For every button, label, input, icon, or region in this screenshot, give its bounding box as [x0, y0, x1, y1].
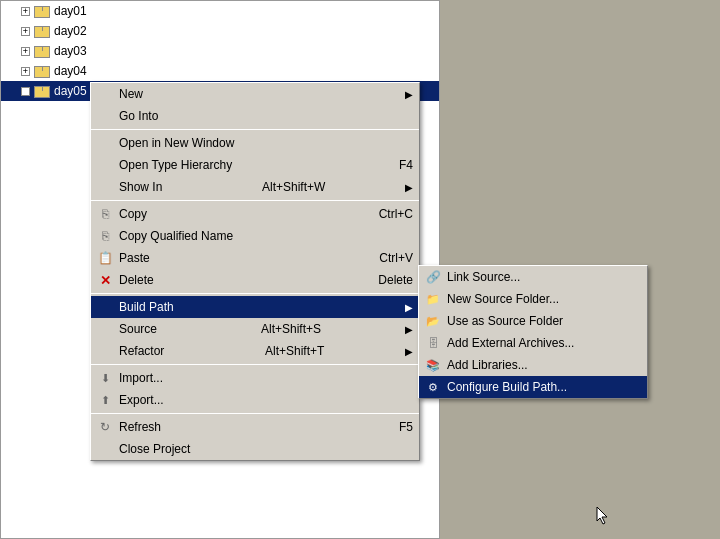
submenu-item-add-external-archives[interactable]: 🗄 Add External Archives... — [419, 332, 647, 354]
separator-3 — [91, 293, 419, 294]
folder-icon-day04 — [34, 64, 50, 78]
shortcut-refresh: F5 — [379, 420, 413, 434]
submenu-item-add-libraries[interactable]: 📚 Add Libraries... — [419, 354, 647, 376]
separator-5 — [91, 413, 419, 414]
menu-item-new[interactable]: New ▶ — [91, 83, 419, 105]
menu-item-close-project[interactable]: Close Project — [91, 438, 419, 460]
folder-icon-day02 — [34, 24, 50, 38]
svg-marker-0 — [597, 507, 607, 524]
menu-label-refactor: Refactor — [119, 344, 164, 358]
menu-label-build-path: Build Path — [119, 300, 174, 314]
menu-label-show-in: Show In — [119, 180, 162, 194]
link-source-icon: 🔗 — [425, 269, 441, 285]
menu-item-refresh[interactable]: ↻ Refresh F5 — [91, 416, 419, 438]
tree-label-day01: day01 — [54, 4, 87, 18]
menu-label-copy-qualified: Copy Qualified Name — [119, 229, 233, 243]
menu-label-source: Source — [119, 322, 157, 336]
context-menu: New ▶ Go Into Open in New Window Open Ty… — [90, 82, 420, 461]
arrow-icon-build-path: ▶ — [405, 302, 413, 313]
delete-icon: ✕ — [97, 272, 113, 288]
arrow-icon-source: ▶ — [405, 324, 413, 335]
submenu-item-use-as-source-folder[interactable]: 📂 Use as Source Folder — [419, 310, 647, 332]
tree-item-day01[interactable]: + day01 — [1, 1, 439, 21]
shortcut-source: Alt+Shift+S — [241, 322, 321, 336]
configure-build-path-icon: ⚙ — [425, 379, 441, 395]
menu-item-open-type-hierarchy[interactable]: Open Type Hierarchy F4 — [91, 154, 419, 176]
menu-item-export[interactable]: ⬆ Export... — [91, 389, 419, 411]
menu-label-delete: Delete — [119, 273, 154, 287]
tree-item-day04[interactable]: + day04 — [1, 61, 439, 81]
tree-item-day02[interactable]: + day02 — [1, 21, 439, 41]
export-icon: ⬆ — [97, 392, 113, 408]
paste-icon: 📋 — [97, 250, 113, 266]
copy-icon: ⎘ — [97, 206, 113, 222]
submenu-label-add-external-archives: Add External Archives... — [447, 336, 574, 350]
menu-label-close-project: Close Project — [119, 442, 190, 456]
folder-icon-day05 — [34, 84, 50, 98]
menu-item-paste[interactable]: 📋 Paste Ctrl+V — [91, 247, 419, 269]
shortcut-paste: Ctrl+V — [359, 251, 413, 265]
menu-item-copy[interactable]: ⎘ Copy Ctrl+C — [91, 203, 419, 225]
separator-1 — [91, 129, 419, 130]
menu-item-refactor[interactable]: Refactor Alt+Shift+T ▶ — [91, 340, 419, 362]
expand-icon-day02[interactable]: + — [21, 27, 30, 36]
shortcut-delete: Delete — [358, 273, 413, 287]
menu-item-build-path[interactable]: Build Path ▶ — [91, 296, 419, 318]
menu-label-gointo: Go Into — [119, 109, 158, 123]
expand-icon-day05[interactable]: - — [21, 87, 30, 96]
add-external-archives-icon: 🗄 — [425, 335, 441, 351]
use-as-source-folder-icon: 📂 — [425, 313, 441, 329]
menu-label-open-type-hierarchy: Open Type Hierarchy — [119, 158, 232, 172]
shortcut-refactor: Alt+Shift+T — [245, 344, 324, 358]
tree-label-day03: day03 — [54, 44, 87, 58]
submenu-item-link-source[interactable]: 🔗 Link Source... — [419, 266, 647, 288]
menu-label-copy: Copy — [119, 207, 147, 221]
menu-item-show-in[interactable]: Show In Alt+Shift+W ▶ — [91, 176, 419, 198]
tree-label-day05: day05 — [54, 84, 87, 98]
expand-icon-day04[interactable]: + — [21, 67, 30, 76]
build-path-submenu: 🔗 Link Source... 📁 New Source Folder... … — [418, 265, 648, 399]
menu-label-new: New — [119, 87, 143, 101]
menu-item-source[interactable]: Source Alt+Shift+S ▶ — [91, 318, 419, 340]
arrow-icon-new: ▶ — [405, 89, 413, 100]
submenu-label-configure-build-path: Configure Build Path... — [447, 380, 567, 394]
submenu-label-new-source-folder: New Source Folder... — [447, 292, 559, 306]
separator-4 — [91, 364, 419, 365]
menu-item-open-new-window[interactable]: Open in New Window — [91, 132, 419, 154]
menu-item-delete[interactable]: ✕ Delete Delete — [91, 269, 419, 291]
shortcut-show-in: Alt+Shift+W — [242, 180, 325, 194]
tree-item-day03[interactable]: + day03 — [1, 41, 439, 61]
shortcut-copy: Ctrl+C — [359, 207, 413, 221]
menu-label-export: Export... — [119, 393, 164, 407]
cursor-pointer — [595, 505, 611, 525]
menu-label-open-new-window: Open in New Window — [119, 136, 234, 150]
folder-icon-day01 — [34, 4, 50, 18]
add-libraries-icon: 📚 — [425, 357, 441, 373]
menu-item-gointo[interactable]: Go Into — [91, 105, 419, 127]
tree-label-day02: day02 — [54, 24, 87, 38]
new-source-folder-icon: 📁 — [425, 291, 441, 307]
menu-item-import[interactable]: ⬇ Import... — [91, 367, 419, 389]
menu-label-import: Import... — [119, 371, 163, 385]
refresh-icon: ↻ — [97, 419, 113, 435]
folder-icon-day03 — [34, 44, 50, 58]
arrow-icon-show-in: ▶ — [405, 182, 413, 193]
shortcut-open-type-hierarchy: F4 — [379, 158, 413, 172]
submenu-label-link-source: Link Source... — [447, 270, 520, 284]
separator-2 — [91, 200, 419, 201]
arrow-icon-refactor: ▶ — [405, 346, 413, 357]
submenu-label-use-as-source-folder: Use as Source Folder — [447, 314, 563, 328]
menu-label-refresh: Refresh — [119, 420, 161, 434]
expand-icon-day01[interactable]: + — [21, 7, 30, 16]
submenu-item-new-source-folder[interactable]: 📁 New Source Folder... — [419, 288, 647, 310]
tree-label-day04: day04 — [54, 64, 87, 78]
import-icon: ⬇ — [97, 370, 113, 386]
expand-icon-day03[interactable]: + — [21, 47, 30, 56]
menu-item-copy-qualified[interactable]: ⎘ Copy Qualified Name — [91, 225, 419, 247]
menu-label-paste: Paste — [119, 251, 150, 265]
submenu-item-configure-build-path[interactable]: ⚙ Configure Build Path... — [419, 376, 647, 398]
submenu-label-add-libraries: Add Libraries... — [447, 358, 528, 372]
copy-qualified-icon: ⎘ — [97, 228, 113, 244]
